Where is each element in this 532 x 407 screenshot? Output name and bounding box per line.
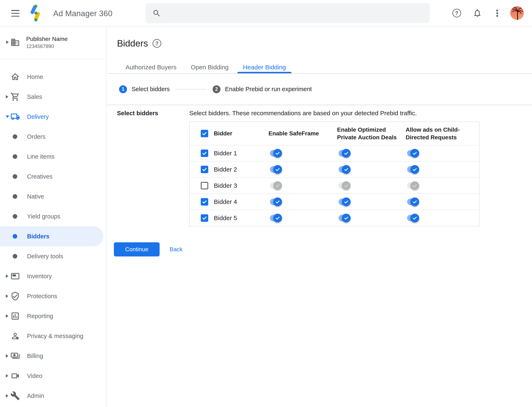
sidebar-item-video[interactable]: Video [0,366,106,386]
bidders-table: BidderEnable SafeFrameEnable Optimized P… [189,121,480,226]
help-button[interactable]: ? [452,9,461,17]
enable-safeframe-toggle[interactable] [270,197,283,206]
enable-safeframe-toggle[interactable] [270,165,283,174]
chevron-right-icon[interactable] [6,394,8,398]
sidebar-item-yield-groups[interactable]: Yield groups [0,206,106,226]
select-all-checkbox[interactable] [201,130,208,137]
enable-safeframe-toggle[interactable] [270,213,283,223]
chevron-right-icon[interactable] [6,294,8,298]
bidder-name: Bidder 1 [214,150,237,157]
inventory-icon [10,271,20,281]
sidebar-item-delivery-tools[interactable]: Delivery tools [0,246,106,266]
sidebar-item-label: Privacy & messaging [27,333,83,339]
stepper: 1 Select bidders 2 Enable Prebid or run … [119,74,312,105]
sidebar-item-reporting[interactable]: Reporting [0,306,106,326]
sidebar-item-bidders[interactable]: Bidders [0,226,106,246]
building-icon [10,38,20,47]
publisher-id: 1234567890 [26,43,68,50]
sidebar-item-native[interactable]: Native [0,187,106,206]
toggle-thumb [342,165,351,174]
toggle-thumb [342,181,351,190]
column-header-child-directed-requests: Allow ads on Child- Directed Requests [406,126,460,141]
child-directed-requests-toggle[interactable] [407,165,420,174]
publisher-name: Publisher Name [26,35,68,43]
toggle-thumb [273,165,282,174]
toggle-thumb [411,165,419,174]
enable-safeframe-toggle[interactable] [270,149,283,158]
continue-button[interactable]: Continue [114,242,160,257]
back-button[interactable]: Back [169,246,182,253]
chevron-right-icon[interactable] [6,354,8,358]
table-row: Bidder 3 [190,177,479,194]
optimized-private-auction-deals-toggle[interactable] [339,213,351,223]
bullet-icon [13,134,17,139]
toggle-thumb [411,214,419,222]
row-checkbox[interactable] [201,198,208,206]
child-directed-requests-toggle[interactable] [407,181,420,190]
toggle-thumb [273,181,282,190]
sidebar-item-delivery[interactable]: Delivery [0,107,106,127]
sidebar-item-inventory[interactable]: Inventory [0,266,106,286]
notifications-button[interactable] [473,8,482,18]
column-header-enable-safeframe: Enable SafeFrame [268,130,319,137]
ad-manager-screen: Ad Manager 360 ? [0,0,532,407]
privacy-icon [10,331,20,341]
step-2-label: Enable Prebid or run experiment [225,86,312,93]
sidebar-item-label: Creatives [27,173,53,180]
page-help-icon[interactable]: ? [153,39,161,48]
optimized-private-auction-deals-toggle[interactable] [339,149,351,158]
enable-safeframe-toggle[interactable] [270,181,283,190]
page-header: Bidders ? [117,38,161,49]
main-content: Bidders ? Authorized BuyersOpen BiddingH… [107,26,532,407]
tab-authorized-buyers[interactable]: Authorized Buyers [119,61,183,73]
more-options-icon[interactable] [496,8,498,18]
tabs: Authorized BuyersOpen BiddingHeader Bidd… [119,61,293,73]
sidebar-item-creatives[interactable]: Creatives [0,166,106,187]
app-title: Ad Manager 360 [53,9,113,18]
form-actions: Continue Back [114,242,182,257]
sidebar-item-orders[interactable]: Orders [0,127,106,147]
sidebar-item-label: Admin [27,392,44,399]
row-checkbox[interactable] [201,149,208,157]
bell-icon [473,8,482,18]
optimized-private-auction-deals-toggle[interactable] [339,165,351,174]
chevron-right-icon[interactable] [6,314,8,318]
menu-icon[interactable] [11,10,20,17]
step-connector-line [176,89,207,89]
ad-manager-logo-icon [30,4,42,22]
toggle-thumb [411,181,419,190]
sidebar-item-protections[interactable]: Protections [0,286,106,306]
bidder-name: Bidder 5 [214,214,237,222]
tab-open-bidding[interactable]: Open Bidding [184,61,235,73]
sidebar-item-line-items[interactable]: Line items [0,147,106,166]
chevron-down-icon[interactable] [6,116,9,118]
search-bar[interactable] [145,3,430,23]
account-avatar[interactable] [510,6,524,20]
video-icon [10,371,20,381]
toggle-thumb [342,197,351,206]
chevron-right-icon[interactable] [6,274,8,278]
bidder-name: Bidder 3 [214,182,237,189]
sidebar-item-label: Sales [27,94,42,100]
sidebar-item-label: Protections [27,293,57,300]
child-directed-requests-toggle[interactable] [407,197,420,206]
sidebar-item-privacy-messaging[interactable]: Privacy & messaging [0,326,106,346]
tab-header-bidding[interactable]: Header Bidding [236,61,293,73]
sidebar-item-billing[interactable]: Billing [0,346,106,366]
optimized-private-auction-deals-toggle[interactable] [339,197,351,206]
chevron-right-icon[interactable] [6,95,8,98]
chevron-right-icon[interactable] [6,40,9,44]
search-input[interactable] [166,3,424,23]
publisher-selector[interactable]: Publisher Name 1234567890 [0,26,106,59]
row-checkbox[interactable] [201,214,208,222]
row-checkbox[interactable] [201,166,208,173]
optimized-private-auction-deals-toggle[interactable] [339,181,351,190]
sidebar-item-admin[interactable]: Admin [0,386,106,406]
child-directed-requests-toggle[interactable] [407,213,420,223]
sidebar-item-sales[interactable]: Sales [0,87,106,107]
row-checkbox[interactable] [201,182,208,189]
step-1-label: Select bidders [132,86,170,93]
sidebar-item-home[interactable]: Home [0,67,106,87]
chevron-right-icon[interactable] [6,374,8,377]
child-directed-requests-toggle[interactable] [407,149,420,158]
